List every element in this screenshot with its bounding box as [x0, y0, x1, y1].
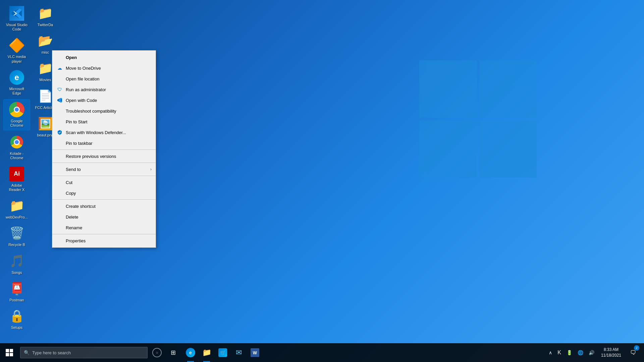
tray-battery-icon[interactable]: 🔋: [564, 343, 575, 362]
properties-icon: [56, 237, 63, 244]
desktop-icon-recycle[interactable]: 🗑️ Recycle B: [3, 223, 30, 249]
pin-taskbar-icon: [56, 140, 63, 146]
cut-icon: [56, 179, 63, 186]
notification-badge: 2: [634, 345, 639, 351]
task-view-icon: ⊞: [171, 349, 176, 356]
desktop-icon-vscode[interactable]: Visual Studio Code: [3, 3, 30, 34]
win-pane-tl: [6, 349, 9, 352]
movies-label: Movies: [40, 78, 51, 82]
tray-globe-icon[interactable]: 🌐: [575, 343, 586, 362]
postman-label: Postman: [9, 298, 24, 302]
open-icon: [56, 54, 63, 61]
beautpng-icon: 🖼️: [37, 116, 53, 132]
system-tray[interactable]: ∧: [546, 343, 555, 362]
start-windows-logo: [6, 349, 13, 356]
context-menu-open-vscode[interactable]: Open with Code: [52, 95, 156, 106]
win-pane-tr: [10, 349, 13, 352]
troubleshoot-icon: [56, 108, 63, 114]
desktop-icon-songs[interactable]: 🎵 Songs: [3, 251, 30, 277]
taskbar-store-icon: 🛒: [218, 348, 227, 357]
context-menu-scan-defender[interactable]: Scan with Windows Defender...: [52, 127, 156, 138]
context-menu-run-admin[interactable]: 🛡 Run as administrator: [52, 84, 156, 95]
desktop-icon-edge[interactable]: e Microsoft Edge: [3, 67, 30, 98]
windows-logo-bg: [419, 60, 537, 178]
win-pane-br: [10, 353, 13, 356]
separator-3: [52, 176, 156, 176]
context-menu-pin-start[interactable]: Pin to Start: [52, 116, 156, 127]
move-onedrive-label: Move to OneDrive: [66, 66, 101, 71]
cut-label: Cut: [66, 180, 72, 185]
context-menu-restore[interactable]: Restore previous versions: [52, 151, 156, 162]
recycle-label: Recycle B: [8, 243, 25, 247]
desktop-icon-vlc[interactable]: 🔶 VLC media player: [3, 35, 30, 65]
taskbar-edge-button[interactable]: e: [182, 343, 199, 362]
context-menu-delete[interactable]: Delete: [52, 212, 156, 222]
win-pane-bl: [6, 353, 9, 356]
desktop-icon-adobe[interactable]: Ai Adobe Reader X: [3, 164, 30, 194]
context-menu-troubleshoot[interactable]: Troubleshoot compatibility: [52, 106, 156, 116]
edge-label: Microsoft Edge: [5, 87, 28, 96]
send-to-arrow: ›: [150, 167, 152, 172]
separator-5: [52, 234, 156, 234]
taskbar-folder-icon: 📁: [202, 348, 211, 357]
context-menu-open-location[interactable]: Open file location: [52, 73, 156, 84]
troubleshoot-label: Troubleshoot compatibility: [66, 109, 116, 114]
taskbar-folder-button[interactable]: 📁: [199, 343, 215, 362]
desktop-icon-chrome[interactable]: Google Chrome: [3, 99, 30, 130]
context-menu-send-to[interactable]: Send to ›: [52, 164, 156, 175]
context-menu-move-onedrive[interactable]: ☁ Move to OneDrive: [52, 63, 156, 73]
desktop-icon-postman[interactable]: 📮 Postman: [3, 279, 30, 304]
tray-up-arrow-icon: ∧: [549, 350, 552, 355]
desktop-icon-kolade[interactable]: Kolade - Chrome: [3, 132, 30, 162]
context-menu-create-shortcut[interactable]: Create shortcut: [52, 201, 156, 212]
twitterda-icon: 📁: [37, 5, 53, 21]
context-menu-properties[interactable]: Properties: [52, 235, 156, 246]
context-menu-rename[interactable]: Rename: [52, 222, 156, 233]
search-bar[interactable]: 🔍 Type here to search: [20, 347, 148, 358]
vscode-icon: [9, 5, 25, 21]
movies-icon: 📁: [37, 60, 53, 76]
webdev-label: webDevPro...: [6, 215, 28, 220]
vscode-menu-icon: [56, 97, 63, 104]
songs-label: Songs: [11, 270, 22, 275]
cortana-button[interactable]: ○: [149, 343, 165, 362]
taskbar-word-button[interactable]: W: [247, 343, 263, 362]
context-menu-pin-taskbar[interactable]: Pin to taskbar: [52, 138, 156, 148]
open-location-icon: [56, 75, 63, 82]
webdev-icon: 📁: [9, 198, 25, 214]
taskbar-mail-button[interactable]: ✉: [231, 343, 247, 362]
desktop-icon-setups[interactable]: 🔒 Setups: [3, 306, 30, 332]
cortana-circle-icon: ○: [152, 348, 162, 357]
desktop: Visual Studio Code 🔶 VLC media player e …: [0, 0, 644, 362]
battery-icon: 🔋: [567, 350, 572, 355]
context-menu-cut[interactable]: Cut: [52, 177, 156, 188]
taskbar: 🔍 Type here to search ○ ⊞ e 📁 🛒: [0, 343, 644, 362]
start-button[interactable]: [0, 343, 19, 362]
recycle-icon: 🗑️: [9, 225, 25, 241]
rename-icon: [56, 224, 63, 231]
task-view-button[interactable]: ⊞: [165, 343, 181, 362]
taskbar-mail-icon: ✉: [236, 348, 242, 357]
tray-volume-icon[interactable]: 🔊: [586, 343, 597, 362]
volume-icon: 🔊: [589, 350, 594, 355]
vscode-label: Visual Studio Code: [5, 23, 28, 32]
system-clock[interactable]: 8:33 AM 11/18/2021: [597, 343, 625, 362]
notification-button[interactable]: 🗨 2: [625, 343, 641, 362]
adobe-icon: Ai: [9, 166, 25, 182]
taskbar-word-icon: W: [251, 348, 259, 357]
search-placeholder-text: Type here to search: [32, 350, 71, 355]
setups-label: Setups: [11, 325, 22, 330]
context-menu-open[interactable]: Open: [52, 52, 156, 63]
tray-kolade-icon-btn[interactable]: K: [555, 343, 564, 362]
copy-icon: [56, 190, 63, 196]
separator-2: [52, 163, 156, 163]
properties-label: Properties: [66, 238, 86, 243]
desktop-icon-twitterda[interactable]: 📁 TwitterDa: [32, 3, 59, 29]
vlc-label: VLC media player: [5, 55, 28, 63]
context-menu-copy[interactable]: Copy: [52, 188, 156, 198]
desktop-icon-webdev[interactable]: 📁 webDevPro...: [3, 196, 30, 222]
context-menu: Open ☁ Move to OneDrive Open file locati…: [52, 50, 156, 248]
kolade-icon: [9, 134, 25, 150]
taskbar-store-button[interactable]: 🛒: [215, 343, 231, 362]
chrome-label: Google Chrome: [6, 119, 28, 128]
